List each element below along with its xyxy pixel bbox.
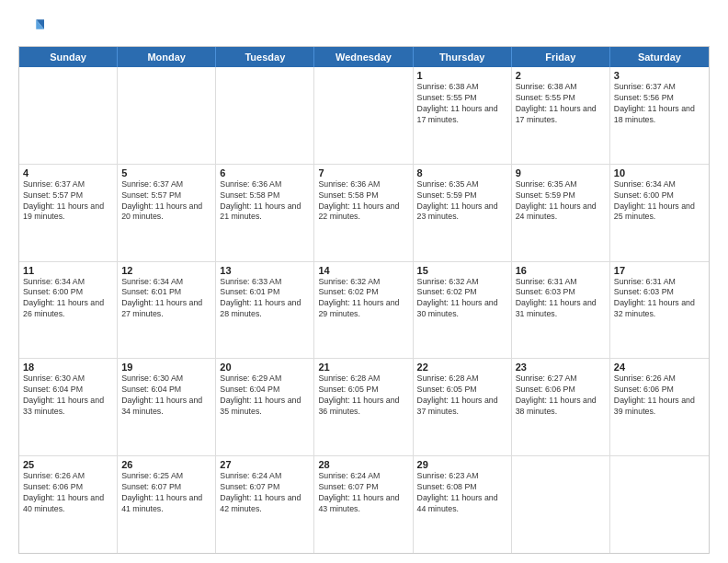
cell-info: Sunrise: 6:29 AM Sunset: 6:04 PM Dayligh…: [220, 373, 310, 418]
table-row: 18Sunrise: 6:30 AM Sunset: 6:04 PM Dayli…: [19, 359, 118, 455]
cell-info: Sunrise: 6:28 AM Sunset: 6:05 PM Dayligh…: [417, 373, 507, 418]
cell-day-number: 16: [516, 265, 606, 276]
cell-day-number: 26: [121, 459, 211, 470]
header-day-tuesday: Tuesday: [216, 47, 314, 67]
table-row: 10Sunrise: 6:34 AM Sunset: 6:00 PM Dayli…: [610, 165, 709, 261]
table-row: 13Sunrise: 6:33 AM Sunset: 6:01 PM Dayli…: [216, 262, 314, 359]
table-row: 14Sunrise: 6:32 AM Sunset: 6:02 PM Dayli…: [314, 262, 413, 359]
cell-info: Sunrise: 6:31 AM Sunset: 6:03 PM Dayligh…: [516, 277, 606, 321]
cell-info: Sunrise: 6:34 AM Sunset: 6:01 PM Dayligh…: [121, 277, 211, 321]
cell-day-number: 25: [23, 459, 113, 470]
calendar-row-2: 11Sunrise: 6:34 AM Sunset: 6:00 PM Dayli…: [19, 262, 709, 360]
cell-day-number: 23: [516, 362, 606, 373]
calendar-body: 1Sunrise: 6:38 AM Sunset: 5:55 PM Daylig…: [19, 67, 709, 553]
cell-day-number: 10: [614, 167, 705, 178]
calendar: SundayMondayTuesdayWednesdayThursdayFrid…: [18, 46, 710, 554]
table-row: 6Sunrise: 6:36 AM Sunset: 5:58 PM Daylig…: [216, 165, 314, 261]
table-row: 23Sunrise: 6:27 AM Sunset: 6:06 PM Dayli…: [512, 359, 610, 455]
table-row: 25Sunrise: 6:26 AM Sunset: 6:06 PM Dayli…: [19, 456, 118, 553]
table-row: 2Sunrise: 6:38 AM Sunset: 5:55 PM Daylig…: [512, 67, 610, 164]
cell-day-number: 3: [614, 70, 705, 81]
cell-info: Sunrise: 6:37 AM Sunset: 5:57 PM Dayligh…: [23, 179, 113, 224]
table-row: [19, 67, 118, 164]
cell-info: Sunrise: 6:30 AM Sunset: 6:04 PM Dayligh…: [121, 373, 211, 418]
table-row: [118, 67, 216, 164]
cell-day-number: 11: [23, 265, 113, 276]
cell-info: Sunrise: 6:25 AM Sunset: 6:07 PM Dayligh…: [121, 471, 211, 515]
table-row: 24Sunrise: 6:26 AM Sunset: 6:06 PM Dayli…: [610, 359, 709, 455]
cell-day-number: 14: [318, 265, 408, 276]
cell-info: Sunrise: 6:32 AM Sunset: 6:02 PM Dayligh…: [318, 277, 408, 321]
cell-day-number: 1: [417, 70, 507, 81]
cell-info: Sunrise: 6:24 AM Sunset: 6:07 PM Dayligh…: [220, 471, 310, 515]
cell-info: Sunrise: 6:23 AM Sunset: 6:08 PM Dayligh…: [417, 471, 507, 515]
calendar-row-0: 1Sunrise: 6:38 AM Sunset: 5:55 PM Daylig…: [19, 67, 709, 165]
calendar-header: SundayMondayTuesdayWednesdayThursdayFrid…: [19, 47, 709, 67]
table-row: 19Sunrise: 6:30 AM Sunset: 6:04 PM Dayli…: [118, 359, 216, 455]
cell-day-number: 2: [516, 70, 606, 81]
table-row: 16Sunrise: 6:31 AM Sunset: 6:03 PM Dayli…: [512, 262, 610, 359]
table-row: 12Sunrise: 6:34 AM Sunset: 6:01 PM Dayli…: [118, 262, 216, 359]
cell-info: Sunrise: 6:34 AM Sunset: 6:00 PM Dayligh…: [614, 179, 705, 224]
table-row: 8Sunrise: 6:35 AM Sunset: 5:59 PM Daylig…: [414, 165, 512, 261]
page: SundayMondayTuesdayWednesdayThursdayFrid…: [0, 0, 728, 563]
table-row: 28Sunrise: 6:24 AM Sunset: 6:07 PM Dayli…: [314, 456, 413, 553]
logo: [18, 15, 48, 40]
table-row: 11Sunrise: 6:34 AM Sunset: 6:00 PM Dayli…: [19, 262, 118, 359]
table-row: 3Sunrise: 6:37 AM Sunset: 5:56 PM Daylig…: [610, 67, 709, 164]
cell-info: Sunrise: 6:38 AM Sunset: 5:55 PM Dayligh…: [516, 82, 606, 126]
cell-day-number: 19: [121, 362, 211, 373]
header-day-thursday: Thursday: [414, 47, 512, 67]
cell-day-number: 28: [318, 459, 408, 470]
header-day-saturday: Saturday: [610, 47, 709, 67]
cell-info: Sunrise: 6:31 AM Sunset: 6:03 PM Dayligh…: [614, 277, 705, 321]
cell-info: Sunrise: 6:30 AM Sunset: 6:04 PM Dayligh…: [23, 373, 113, 418]
table-row: 17Sunrise: 6:31 AM Sunset: 6:03 PM Dayli…: [610, 262, 709, 359]
cell-day-number: 4: [23, 167, 113, 178]
table-row: 21Sunrise: 6:28 AM Sunset: 6:05 PM Dayli…: [314, 359, 413, 455]
table-row: 22Sunrise: 6:28 AM Sunset: 6:05 PM Dayli…: [414, 359, 512, 455]
cell-day-number: 13: [220, 265, 310, 276]
cell-day-number: 20: [220, 362, 310, 373]
table-row: 15Sunrise: 6:32 AM Sunset: 6:02 PM Dayli…: [414, 262, 512, 359]
cell-day-number: 7: [318, 167, 408, 178]
cell-day-number: 15: [417, 265, 507, 276]
table-row: [216, 67, 314, 164]
calendar-row-4: 25Sunrise: 6:26 AM Sunset: 6:06 PM Dayli…: [19, 456, 709, 553]
cell-info: Sunrise: 6:24 AM Sunset: 6:07 PM Dayligh…: [318, 471, 408, 515]
cell-day-number: 12: [121, 265, 211, 276]
table-row: 29Sunrise: 6:23 AM Sunset: 6:08 PM Dayli…: [414, 456, 512, 553]
cell-info: Sunrise: 6:36 AM Sunset: 5:58 PM Dayligh…: [318, 179, 408, 224]
table-row: 26Sunrise: 6:25 AM Sunset: 6:07 PM Dayli…: [118, 456, 216, 553]
table-row: 5Sunrise: 6:37 AM Sunset: 5:57 PM Daylig…: [118, 165, 216, 261]
header: [18, 15, 710, 40]
cell-day-number: 29: [417, 459, 507, 470]
cell-info: Sunrise: 6:38 AM Sunset: 5:55 PM Dayligh…: [417, 82, 507, 126]
header-day-wednesday: Wednesday: [314, 47, 413, 67]
cell-day-number: 18: [23, 362, 113, 373]
logo-icon: [18, 15, 44, 40]
table-row: [512, 456, 610, 553]
cell-info: Sunrise: 6:33 AM Sunset: 6:01 PM Dayligh…: [220, 277, 310, 321]
cell-day-number: 27: [220, 459, 310, 470]
cell-day-number: 8: [417, 167, 507, 178]
cell-info: Sunrise: 6:32 AM Sunset: 6:02 PM Dayligh…: [417, 277, 507, 321]
cell-day-number: 6: [220, 167, 310, 178]
cell-info: Sunrise: 6:28 AM Sunset: 6:05 PM Dayligh…: [318, 373, 408, 418]
cell-info: Sunrise: 6:36 AM Sunset: 5:58 PM Dayligh…: [220, 179, 310, 224]
cell-info: Sunrise: 6:26 AM Sunset: 6:06 PM Dayligh…: [614, 373, 705, 418]
table-row: 20Sunrise: 6:29 AM Sunset: 6:04 PM Dayli…: [216, 359, 314, 455]
cell-info: Sunrise: 6:26 AM Sunset: 6:06 PM Dayligh…: [23, 471, 113, 515]
cell-info: Sunrise: 6:35 AM Sunset: 5:59 PM Dayligh…: [516, 179, 606, 224]
cell-day-number: 9: [516, 167, 606, 178]
cell-day-number: 5: [121, 167, 211, 178]
cell-info: Sunrise: 6:37 AM Sunset: 5:56 PM Dayligh…: [614, 82, 705, 126]
table-row: 4Sunrise: 6:37 AM Sunset: 5:57 PM Daylig…: [19, 165, 118, 261]
cell-info: Sunrise: 6:27 AM Sunset: 6:06 PM Dayligh…: [516, 373, 606, 418]
header-day-friday: Friday: [512, 47, 610, 67]
cell-info: Sunrise: 6:34 AM Sunset: 6:00 PM Dayligh…: [23, 277, 113, 321]
cell-day-number: 21: [318, 362, 408, 373]
cell-info: Sunrise: 6:37 AM Sunset: 5:57 PM Dayligh…: [121, 179, 211, 224]
header-day-sunday: Sunday: [19, 47, 118, 67]
cell-day-number: 22: [417, 362, 507, 373]
